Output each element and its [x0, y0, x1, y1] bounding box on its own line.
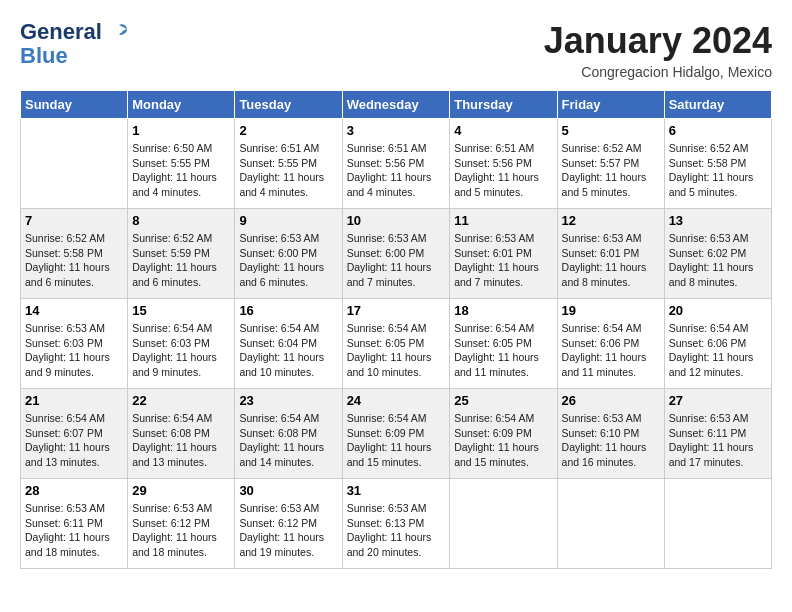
calendar-cell: 5Sunrise: 6:52 AMSunset: 5:57 PMDaylight… [557, 119, 664, 209]
day-number: 15 [132, 303, 230, 318]
day-info: Sunrise: 6:54 AMSunset: 6:06 PMDaylight:… [562, 321, 660, 380]
calendar-cell: 16Sunrise: 6:54 AMSunset: 6:04 PMDayligh… [235, 299, 342, 389]
calendar-cell: 11Sunrise: 6:53 AMSunset: 6:01 PMDayligh… [450, 209, 557, 299]
day-number: 16 [239, 303, 337, 318]
calendar-header-row: SundayMondayTuesdayWednesdayThursdayFrid… [21, 91, 772, 119]
logo: General Blue [20, 20, 129, 68]
day-info: Sunrise: 6:54 AMSunset: 6:08 PMDaylight:… [239, 411, 337, 470]
day-number: 4 [454, 123, 552, 138]
calendar-table: SundayMondayTuesdayWednesdayThursdayFrid… [20, 90, 772, 569]
calendar-cell: 18Sunrise: 6:54 AMSunset: 6:05 PMDayligh… [450, 299, 557, 389]
day-number: 22 [132, 393, 230, 408]
calendar-cell: 15Sunrise: 6:54 AMSunset: 6:03 PMDayligh… [128, 299, 235, 389]
day-info: Sunrise: 6:54 AMSunset: 6:05 PMDaylight:… [347, 321, 446, 380]
logo-text: General [20, 20, 129, 44]
day-number: 11 [454, 213, 552, 228]
day-info: Sunrise: 6:53 AMSunset: 6:12 PMDaylight:… [239, 501, 337, 560]
day-number: 23 [239, 393, 337, 408]
day-number: 26 [562, 393, 660, 408]
weekday-header: Friday [557, 91, 664, 119]
calendar-cell: 7Sunrise: 6:52 AMSunset: 5:58 PMDaylight… [21, 209, 128, 299]
day-info: Sunrise: 6:54 AMSunset: 6:09 PMDaylight:… [347, 411, 446, 470]
calendar-week-row: 21Sunrise: 6:54 AMSunset: 6:07 PMDayligh… [21, 389, 772, 479]
day-number: 27 [669, 393, 767, 408]
day-info: Sunrise: 6:53 AMSunset: 6:11 PMDaylight:… [669, 411, 767, 470]
day-info: Sunrise: 6:53 AMSunset: 6:10 PMDaylight:… [562, 411, 660, 470]
day-info: Sunrise: 6:53 AMSunset: 6:00 PMDaylight:… [347, 231, 446, 290]
day-info: Sunrise: 6:54 AMSunset: 6:04 PMDaylight:… [239, 321, 337, 380]
day-number: 6 [669, 123, 767, 138]
day-info: Sunrise: 6:53 AMSunset: 6:13 PMDaylight:… [347, 501, 446, 560]
calendar-cell: 20Sunrise: 6:54 AMSunset: 6:06 PMDayligh… [664, 299, 771, 389]
calendar-cell: 9Sunrise: 6:53 AMSunset: 6:00 PMDaylight… [235, 209, 342, 299]
day-info: Sunrise: 6:52 AMSunset: 5:58 PMDaylight:… [669, 141, 767, 200]
calendar-cell: 1Sunrise: 6:50 AMSunset: 5:55 PMDaylight… [128, 119, 235, 209]
calendar-cell: 30Sunrise: 6:53 AMSunset: 6:12 PMDayligh… [235, 479, 342, 569]
calendar-cell: 4Sunrise: 6:51 AMSunset: 5:56 PMDaylight… [450, 119, 557, 209]
day-info: Sunrise: 6:52 AMSunset: 5:59 PMDaylight:… [132, 231, 230, 290]
calendar-cell [557, 479, 664, 569]
day-info: Sunrise: 6:53 AMSunset: 6:12 PMDaylight:… [132, 501, 230, 560]
calendar-week-row: 7Sunrise: 6:52 AMSunset: 5:58 PMDaylight… [21, 209, 772, 299]
calendar-cell: 31Sunrise: 6:53 AMSunset: 6:13 PMDayligh… [342, 479, 450, 569]
calendar-cell: 14Sunrise: 6:53 AMSunset: 6:03 PMDayligh… [21, 299, 128, 389]
day-info: Sunrise: 6:53 AMSunset: 6:00 PMDaylight:… [239, 231, 337, 290]
day-info: Sunrise: 6:51 AMSunset: 5:55 PMDaylight:… [239, 141, 337, 200]
calendar-cell: 29Sunrise: 6:53 AMSunset: 6:12 PMDayligh… [128, 479, 235, 569]
day-info: Sunrise: 6:53 AMSunset: 6:01 PMDaylight:… [454, 231, 552, 290]
weekday-header: Monday [128, 91, 235, 119]
day-info: Sunrise: 6:50 AMSunset: 5:55 PMDaylight:… [132, 141, 230, 200]
calendar-cell: 12Sunrise: 6:53 AMSunset: 6:01 PMDayligh… [557, 209, 664, 299]
day-number: 29 [132, 483, 230, 498]
logo-bird-icon [109, 23, 129, 43]
calendar-cell: 8Sunrise: 6:52 AMSunset: 5:59 PMDaylight… [128, 209, 235, 299]
day-info: Sunrise: 6:52 AMSunset: 5:57 PMDaylight:… [562, 141, 660, 200]
day-info: Sunrise: 6:53 AMSunset: 6:03 PMDaylight:… [25, 321, 123, 380]
calendar-cell: 17Sunrise: 6:54 AMSunset: 6:05 PMDayligh… [342, 299, 450, 389]
calendar-cell: 24Sunrise: 6:54 AMSunset: 6:09 PMDayligh… [342, 389, 450, 479]
calendar-cell: 6Sunrise: 6:52 AMSunset: 5:58 PMDaylight… [664, 119, 771, 209]
day-info: Sunrise: 6:54 AMSunset: 6:03 PMDaylight:… [132, 321, 230, 380]
day-number: 5 [562, 123, 660, 138]
weekday-header: Wednesday [342, 91, 450, 119]
calendar-cell: 19Sunrise: 6:54 AMSunset: 6:06 PMDayligh… [557, 299, 664, 389]
day-number: 8 [132, 213, 230, 228]
day-info: Sunrise: 6:53 AMSunset: 6:02 PMDaylight:… [669, 231, 767, 290]
weekday-header: Thursday [450, 91, 557, 119]
day-number: 18 [454, 303, 552, 318]
calendar-cell: 2Sunrise: 6:51 AMSunset: 5:55 PMDaylight… [235, 119, 342, 209]
day-info: Sunrise: 6:52 AMSunset: 5:58 PMDaylight:… [25, 231, 123, 290]
weekday-header: Sunday [21, 91, 128, 119]
day-info: Sunrise: 6:53 AMSunset: 6:11 PMDaylight:… [25, 501, 123, 560]
calendar-cell [450, 479, 557, 569]
calendar-cell: 10Sunrise: 6:53 AMSunset: 6:00 PMDayligh… [342, 209, 450, 299]
calendar-week-row: 1Sunrise: 6:50 AMSunset: 5:55 PMDaylight… [21, 119, 772, 209]
calendar-cell [664, 479, 771, 569]
day-number: 25 [454, 393, 552, 408]
day-number: 9 [239, 213, 337, 228]
day-number: 3 [347, 123, 446, 138]
calendar-cell: 23Sunrise: 6:54 AMSunset: 6:08 PMDayligh… [235, 389, 342, 479]
day-number: 24 [347, 393, 446, 408]
day-number: 21 [25, 393, 123, 408]
month-title: January 2024 [544, 20, 772, 62]
calendar-cell [21, 119, 128, 209]
day-info: Sunrise: 6:54 AMSunset: 6:06 PMDaylight:… [669, 321, 767, 380]
calendar-cell: 27Sunrise: 6:53 AMSunset: 6:11 PMDayligh… [664, 389, 771, 479]
day-number: 14 [25, 303, 123, 318]
day-info: Sunrise: 6:51 AMSunset: 5:56 PMDaylight:… [347, 141, 446, 200]
day-number: 2 [239, 123, 337, 138]
calendar-cell: 28Sunrise: 6:53 AMSunset: 6:11 PMDayligh… [21, 479, 128, 569]
day-info: Sunrise: 6:54 AMSunset: 6:07 PMDaylight:… [25, 411, 123, 470]
calendar-week-row: 14Sunrise: 6:53 AMSunset: 6:03 PMDayligh… [21, 299, 772, 389]
day-number: 31 [347, 483, 446, 498]
day-info: Sunrise: 6:54 AMSunset: 6:05 PMDaylight:… [454, 321, 552, 380]
day-number: 20 [669, 303, 767, 318]
day-number: 19 [562, 303, 660, 318]
calendar-cell: 22Sunrise: 6:54 AMSunset: 6:08 PMDayligh… [128, 389, 235, 479]
day-info: Sunrise: 6:54 AMSunset: 6:09 PMDaylight:… [454, 411, 552, 470]
day-number: 28 [25, 483, 123, 498]
title-section: January 2024 Congregacion Hidalgo, Mexic… [544, 20, 772, 80]
day-number: 12 [562, 213, 660, 228]
day-info: Sunrise: 6:53 AMSunset: 6:01 PMDaylight:… [562, 231, 660, 290]
